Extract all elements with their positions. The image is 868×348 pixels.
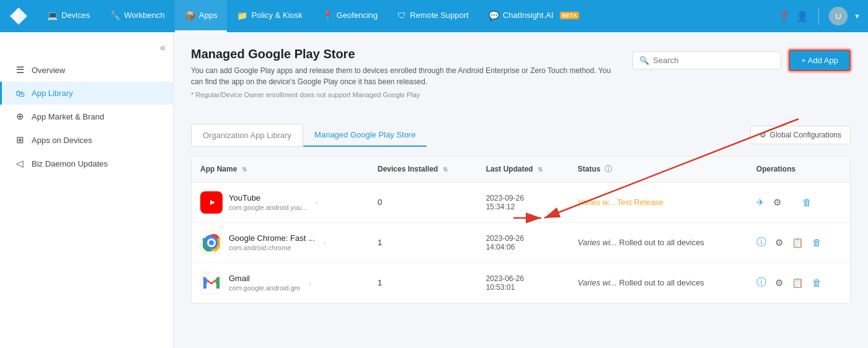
nav-workbench[interactable]: 🔧 Workbench xyxy=(100,0,175,32)
workbench-icon: 🔧 xyxy=(110,11,120,20)
global-configurations-button[interactable]: ⚙ Global Configurations xyxy=(750,126,851,144)
settings-icon[interactable]: ⚙ xyxy=(773,197,781,208)
sort-app-name-icon[interactable]: ⇅ xyxy=(242,166,247,173)
remote-support-icon: 🛡 xyxy=(397,11,406,20)
settings-icon-chrome[interactable]: ⚙ xyxy=(775,237,783,248)
col-app-name[interactable]: App Name ⇅ xyxy=(192,157,369,183)
chrome-status-varies: Varies wi... xyxy=(578,238,617,247)
main-layout: « ☰ Overview 🛍 App Library ⊕ App Market … xyxy=(0,32,868,348)
logo[interactable] xyxy=(7,5,30,27)
nav-devices[interactable]: 💻 Devices xyxy=(37,0,100,32)
gear-icon: ⚙ xyxy=(760,131,766,139)
collapse-toggle[interactable]: « xyxy=(0,37,173,58)
sidebar-app-library-label: App Library xyxy=(32,89,73,98)
youtube-status-varies: Varies w... xyxy=(578,198,614,207)
nav-workbench-label: Workbench xyxy=(124,11,165,20)
chevron-down-icon[interactable]: ▼ xyxy=(854,12,861,20)
nav-geofencing[interactable]: 📍 Geofencing xyxy=(312,0,388,32)
sidebar-biz-daemon-label: Biz Daemon Updates xyxy=(32,159,108,168)
nav-apps[interactable]: 📦 Apps xyxy=(175,0,228,32)
page-description: You can add Google Play apps and release… xyxy=(191,65,613,87)
sidebar-item-overview[interactable]: ☰ Overview xyxy=(0,58,173,82)
sidebar-item-apps-on-devices[interactable]: ⊞ Apps on Devices xyxy=(0,128,173,152)
youtube-expand-icon[interactable]: › xyxy=(316,199,319,206)
chrome-operations: ⓘ ⚙ 📋 🗑 xyxy=(748,222,850,263)
status-info-icon[interactable]: ⓘ xyxy=(604,165,612,173)
delete-icon[interactable]: 🗑 xyxy=(802,197,812,207)
geofencing-icon: 📍 xyxy=(322,11,333,20)
app-market-icon: ⊕ xyxy=(14,111,25,122)
delete-icon-chrome[interactable]: 🗑 xyxy=(812,237,822,248)
user-settings-icon[interactable]: 👤 xyxy=(796,11,808,22)
info-icon-gmail[interactable]: ⓘ xyxy=(756,276,766,289)
gmail-status-varies: Varies wi... xyxy=(578,278,617,287)
chrome-package: com.android.chrome xyxy=(229,244,315,251)
nav-policy[interactable]: 📁 Policy & Kiosk xyxy=(227,0,312,32)
page-note: * Regular/Device Owner enrollment does n… xyxy=(191,90,613,100)
search-input[interactable] xyxy=(653,56,774,65)
global-config-label: Global Configurations xyxy=(770,131,841,139)
youtube-last-updated: 2023-09-26 15:34:12 xyxy=(477,182,569,222)
nav-chatinsight[interactable]: 💬 ChatInsight.AI BETA xyxy=(479,0,590,32)
nav-items: 💻 Devices 🔧 Workbench 📦 Apps 📁 Policy & … xyxy=(37,0,777,32)
sidebar-item-biz-daemon[interactable]: ◁ Biz Daemon Updates xyxy=(0,152,173,175)
svg-point-9 xyxy=(209,240,214,245)
tabs: Organization App Library Managed Google … xyxy=(191,124,427,146)
send-icon[interactable]: ✈ xyxy=(756,197,764,208)
chrome-status-type: Rolled out to all devices xyxy=(619,238,704,247)
col-last-updated[interactable]: Last Updated ⇅ xyxy=(477,157,569,183)
nav-remote-support-label: Remote Support xyxy=(410,11,469,20)
gmail-status: Varies wi... Rolled out to all devices xyxy=(569,263,748,303)
chrome-last-updated: 2023-09-26 14:04:06 xyxy=(477,222,569,263)
page-header: Managed Google Play Store You can add Go… xyxy=(191,47,613,100)
overview-icon: ☰ xyxy=(14,64,25,76)
assignment-icon[interactable]: 📋 xyxy=(792,237,804,248)
devices-icon: 💻 xyxy=(47,11,58,20)
nav-remote-support[interactable]: 🛡 Remote Support xyxy=(388,0,479,32)
add-app-button[interactable]: + Add App xyxy=(789,50,851,71)
apps-table: App Name ⇅ Devices Installed ⇅ Last Upda… xyxy=(191,156,851,303)
gmail-operations: ⓘ ⚙ 📋 🗑 xyxy=(748,263,850,303)
youtube-package: com.google.android.you... xyxy=(229,204,308,211)
sidebar-overview-label: Overview xyxy=(32,66,65,75)
sidebar-item-app-market[interactable]: ⊕ App Market & Brand xyxy=(0,105,173,128)
chrome-devices-installed: 1 xyxy=(369,222,477,263)
chrome-name: Google Chrome: Fast ... xyxy=(229,233,315,243)
search-box[interactable]: 🔍 xyxy=(632,51,781,69)
gmail-devices-installed: 1 xyxy=(369,263,477,303)
table: App Name ⇅ Devices Installed ⇅ Last Upda… xyxy=(192,157,850,303)
nav-chatinsight-label: ChatInsight.AI xyxy=(503,11,554,20)
sort-devices-icon[interactable]: ⇅ xyxy=(443,166,448,173)
tab-org-app-library[interactable]: Organization App Library xyxy=(191,124,303,147)
col-status: Status ⓘ xyxy=(569,157,748,183)
youtube-status: Varies w... Test Release xyxy=(569,182,748,222)
nav-policy-label: Policy & Kiosk xyxy=(251,11,302,20)
avatar[interactable]: U xyxy=(829,7,848,25)
col-devices-installed[interactable]: Devices Installed ⇅ xyxy=(369,157,477,183)
chrome-status: Varies wi... Rolled out to all devices xyxy=(569,222,748,263)
top-navigation: 💻 Devices 🔧 Workbench 📦 Apps 📁 Policy & … xyxy=(0,0,868,32)
info-icon[interactable]: ⓘ xyxy=(756,236,766,249)
apps-icon: 📦 xyxy=(185,11,195,20)
tab-managed-google-play[interactable]: Managed Google Play Store xyxy=(303,124,427,147)
gmail-app-icon xyxy=(200,272,223,294)
collapse-icon[interactable]: « xyxy=(160,42,166,53)
table-row: YouTube com.google.android.you... › 0 20… xyxy=(192,182,850,222)
sidebar-app-market-label: App Market & Brand xyxy=(32,112,104,121)
app-name-cell-gmail: Gmail com.google.android.gm › xyxy=(192,263,369,303)
table-header-row: App Name ⇅ Devices Installed ⇅ Last Upda… xyxy=(192,157,850,183)
assignment-icon-gmail[interactable]: 📋 xyxy=(792,277,804,289)
chrome-expand-icon[interactable]: › xyxy=(324,239,326,246)
sort-last-updated-icon[interactable]: ⇅ xyxy=(538,166,542,173)
help-icon[interactable]: ❓ xyxy=(777,11,790,22)
settings-icon-gmail[interactable]: ⚙ xyxy=(775,277,783,289)
delete-icon-gmail[interactable]: 🗑 xyxy=(812,277,822,288)
sidebar-item-app-library[interactable]: 🛍 App Library xyxy=(0,82,173,105)
app-name-cell-youtube: YouTube com.google.android.you... › xyxy=(192,182,369,222)
nav-geofencing-label: Geofencing xyxy=(337,11,378,20)
apps-on-devices-icon: ⊞ xyxy=(14,134,25,146)
gmail-name: Gmail xyxy=(229,274,300,283)
gmail-expand-icon[interactable]: › xyxy=(309,279,311,287)
table-row: Google Chrome: Fast ... com.android.chro… xyxy=(192,222,850,263)
app-name-cell-chrome: Google Chrome: Fast ... com.android.chro… xyxy=(192,222,369,263)
